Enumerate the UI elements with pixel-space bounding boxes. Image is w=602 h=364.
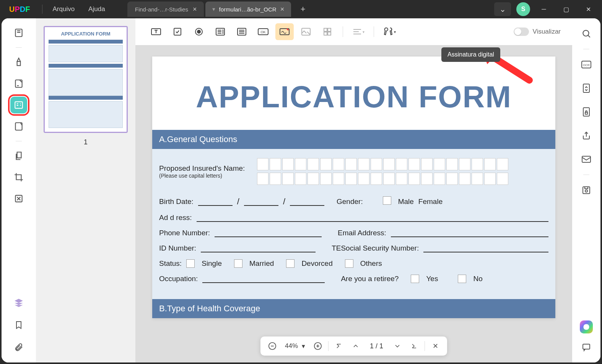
tab-2-label: formulari…ão-br_OCR <box>219 6 277 13</box>
tooltip: Assinatura digital <box>441 47 500 62</box>
tab-dropdown-icon[interactable]: ▾ <box>212 6 215 13</box>
status-single-checkbox[interactable] <box>186 259 195 268</box>
reader-mode-icon[interactable] <box>10 24 27 41</box>
date-field-icon[interactable] <box>318 23 337 40</box>
user-avatar[interactable]: S <box>516 2 530 16</box>
window-close-icon[interactable]: ✕ <box>580 2 597 16</box>
preview-label: Visualizar <box>533 28 561 36</box>
first-page-icon[interactable] <box>332 340 345 353</box>
ssn-field[interactable] <box>423 244 548 252</box>
svg-rect-24 <box>583 84 589 92</box>
label-name: Proposed Insured's Name: <box>159 164 245 173</box>
menu-help[interactable]: Ajuda <box>81 5 112 13</box>
ocr-icon[interactable]: OCR <box>578 56 595 73</box>
tabs-dropdown-icon[interactable]: ⌄ <box>494 2 511 16</box>
page-thumbnail-1[interactable]: APPLICATION FORM <box>44 26 128 133</box>
form-tool-icon[interactable] <box>10 97 27 113</box>
zoom-dropdown-icon[interactable]: ▾ <box>302 342 305 350</box>
svg-rect-17 <box>324 32 327 35</box>
ai-assistant-icon[interactable] <box>580 320 593 333</box>
tab-1[interactable]: Find-and-…r-Studies × <box>127 2 204 17</box>
svg-rect-18 <box>328 32 331 35</box>
window-minimize-icon[interactable]: ─ <box>535 2 552 16</box>
tab-1-label: Find-and-…r-Studies <box>134 6 189 13</box>
button-field-icon[interactable]: OK <box>254 23 272 40</box>
crop-icon[interactable] <box>10 169 27 186</box>
svg-text:OK: OK <box>260 30 265 34</box>
email-field[interactable] <box>391 229 548 237</box>
retiree-no-checkbox[interactable] <box>458 275 466 283</box>
label-gender: Gender: <box>337 197 363 206</box>
name-input-row2[interactable] <box>257 173 548 185</box>
label-id: ID Number: <box>159 244 196 252</box>
search-icon[interactable] <box>578 25 595 42</box>
protect-icon[interactable] <box>578 104 595 120</box>
svg-point-21 <box>583 30 589 36</box>
label-male: Male <box>398 197 414 206</box>
radio-button-icon[interactable] <box>190 23 208 40</box>
birth-field-3[interactable] <box>290 197 324 206</box>
gender-checkbox[interactable] <box>383 196 391 205</box>
page-indicator[interactable]: 1 / 1 <box>366 342 387 350</box>
preview-toggle[interactable] <box>514 28 529 36</box>
dropdown-icon[interactable] <box>211 23 229 40</box>
email-icon[interactable] <box>578 151 595 168</box>
svg-rect-26 <box>585 112 587 114</box>
convert-icon[interactable] <box>578 80 595 97</box>
listbox-icon[interactable] <box>233 23 251 40</box>
svg-rect-30 <box>583 344 590 349</box>
label-others: Others <box>360 259 382 268</box>
retiree-yes-checkbox[interactable] <box>411 275 419 283</box>
section-a-header: A.General Questions <box>152 130 555 149</box>
name-input-row1[interactable] <box>257 158 548 170</box>
label-retiree: Are you a retiree? <box>341 275 399 283</box>
svg-rect-6 <box>174 28 181 35</box>
label-no: No <box>473 275 482 283</box>
tab-2[interactable]: ▾ formulari…ão-br_OCR × <box>205 2 291 17</box>
tab-2-close-icon[interactable]: × <box>280 5 285 13</box>
image-field-icon[interactable] <box>297 23 315 40</box>
birth-field-2[interactable] <box>244 197 278 206</box>
comment-icon[interactable] <box>578 339 595 356</box>
edit-text-icon[interactable] <box>10 75 27 92</box>
align-icon[interactable]: ▾ <box>349 23 368 40</box>
last-page-icon[interactable] <box>408 340 421 353</box>
checkbox-icon[interactable] <box>168 23 187 40</box>
status-divorced-checkbox[interactable] <box>286 259 294 268</box>
next-page-icon[interactable] <box>391 340 404 353</box>
label-married: Married <box>249 259 274 268</box>
pages-icon[interactable] <box>10 147 27 164</box>
svg-point-8 <box>197 30 200 33</box>
address-field[interactable] <box>197 214 548 222</box>
attachment-icon[interactable] <box>10 339 27 356</box>
layers-icon[interactable] <box>10 294 27 311</box>
occupation-field[interactable] <box>202 275 325 283</box>
text-field-icon[interactable] <box>147 23 165 40</box>
prev-page-icon[interactable] <box>349 340 362 353</box>
highlight-icon[interactable] <box>10 54 27 71</box>
close-pager-icon[interactable]: ✕ <box>429 340 442 353</box>
label-occupation: Occupation: <box>159 275 198 283</box>
tools-icon[interactable]: ▾ <box>380 23 399 40</box>
bookmark-icon[interactable] <box>10 317 27 333</box>
zoom-out-icon[interactable] <box>266 340 279 353</box>
birth-field-1[interactable] <box>198 197 233 206</box>
zoom-level[interactable]: 44% <box>285 342 298 350</box>
id-field[interactable] <box>201 244 316 252</box>
label-single: Single <box>202 259 222 268</box>
new-tab-button[interactable]: + <box>297 3 309 15</box>
status-married-checkbox[interactable] <box>234 259 242 268</box>
status-others-checkbox[interactable] <box>345 259 353 268</box>
save-icon[interactable] <box>578 182 595 199</box>
form-toolbar: OK ▾ ▾ <box>135 18 572 45</box>
digital-signature-icon[interactable] <box>275 23 294 40</box>
redact-icon[interactable] <box>10 190 27 207</box>
phone-field[interactable] <box>215 229 322 237</box>
share-icon[interactable] <box>578 127 595 144</box>
organize-icon[interactable] <box>10 118 27 135</box>
zoom-in-icon[interactable] <box>311 340 324 353</box>
menu-file[interactable]: Arquivo <box>46 5 81 13</box>
tab-1-close-icon[interactable]: × <box>193 5 197 13</box>
label-phone: Phone Number: <box>159 229 210 237</box>
window-maximize-icon[interactable]: ▢ <box>558 2 574 16</box>
